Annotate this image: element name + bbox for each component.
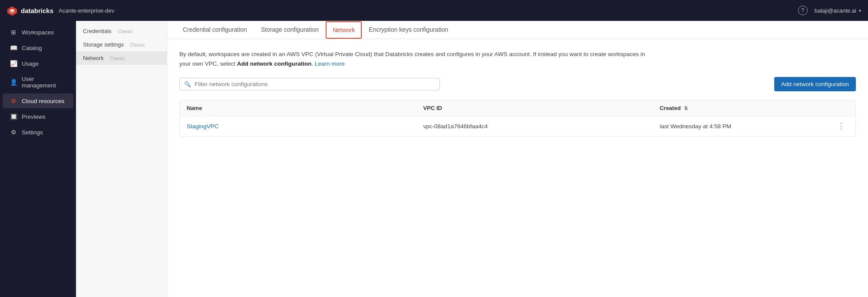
sub-sidebar-item-credentials[interactable]: Credentials Classic	[76, 24, 167, 38]
cell-actions: ⋮	[822, 116, 855, 137]
column-header-actions	[822, 100, 855, 116]
staging-vpc-link[interactable]: StagingVPC	[187, 123, 219, 130]
tab-storage-label: Storage configuration	[261, 26, 319, 33]
workspaces-icon: ⊞	[10, 29, 17, 36]
tab-storage[interactable]: Storage configuration	[254, 21, 326, 39]
sidebar-item-workspaces[interactable]: ⊞ Workspaces	[3, 25, 73, 40]
sub-sidebar: Credentials Classic Storage settings Cla…	[76, 21, 167, 297]
cell-vpc-id: vpc-08ad1a7646bfaa4c4	[416, 116, 653, 137]
sub-sidebar-label-storage-settings: Storage settings	[83, 41, 124, 48]
sidebar-label-cloud-resources: Cloud resources	[22, 98, 64, 104]
sidebar-label-settings: Settings	[22, 129, 43, 136]
description-link-text: Add network configuration	[237, 60, 312, 67]
network-classic-badge: Classic	[110, 56, 125, 61]
settings-icon: ⚙	[10, 129, 17, 136]
navbar-right: ? balaji@acante.ai ▾	[798, 6, 861, 15]
sidebar: ⊞ Workspaces 📖 Catalog 📈 Usage 👤 User ma…	[0, 21, 76, 297]
user-email: balaji@acante.ai	[815, 7, 856, 14]
network-configs-table: Name VPC ID Created ⇅	[179, 100, 856, 137]
workspace-name: Acante-enterprise-dev	[59, 7, 114, 14]
layout: ⊞ Workspaces 📖 Catalog 📈 Usage 👤 User ma…	[0, 21, 868, 297]
column-header-vpc-id: VPC ID	[416, 100, 653, 116]
cell-created: last Wednesday at 4:58 PM	[653, 116, 822, 137]
search-icon: 🔍	[184, 81, 191, 87]
row-actions-menu-button[interactable]: ⋮	[834, 121, 848, 131]
credentials-classic-badge: Classic	[118, 29, 133, 34]
description-after: .	[312, 60, 315, 67]
sidebar-item-catalog[interactable]: 📖 Catalog	[3, 40, 73, 55]
description-text: By default, workspaces are created in an…	[179, 50, 657, 68]
sidebar-label-user-management: User management	[22, 76, 66, 89]
cell-name: StagingVPC	[180, 116, 416, 137]
tab-encryption-label: Encryption keys configuration	[369, 26, 448, 33]
databricks-logo-icon	[7, 5, 17, 16]
add-network-config-button[interactable]: Add network configuration	[774, 77, 856, 91]
sub-sidebar-item-storage-settings[interactable]: Storage settings Classic	[76, 38, 167, 51]
table-header-row: Name VPC ID Created ⇅	[180, 100, 855, 116]
sidebar-item-settings[interactable]: ⚙ Settings	[3, 125, 73, 140]
user-menu-chevron: ▾	[859, 8, 861, 13]
usage-icon: 📈	[10, 60, 17, 67]
sidebar-item-user-management[interactable]: 👤 User management	[3, 72, 73, 93]
user-menu[interactable]: balaji@acante.ai ▾	[815, 7, 861, 14]
filter-input[interactable]	[195, 81, 435, 87]
sidebar-label-catalog: Catalog	[22, 45, 42, 51]
sidebar-item-usage[interactable]: 📈 Usage	[3, 56, 73, 71]
previews-icon: 🔲	[10, 113, 17, 120]
navbar: databricks Acante-enterprise-dev ? balaj…	[0, 0, 868, 21]
user-management-icon: 👤	[10, 79, 17, 86]
tabs-bar: Credential configuration Storage configu…	[167, 21, 868, 39]
tab-network[interactable]: Network	[326, 21, 362, 39]
main-content: Credential configuration Storage configu…	[167, 21, 868, 297]
sidebar-item-previews[interactable]: 🔲 Previews	[3, 109, 73, 124]
tab-credentials[interactable]: Credential configuration	[176, 21, 254, 39]
navbar-left: databricks Acante-enterprise-dev	[7, 5, 114, 16]
tab-credentials-label: Credential configuration	[183, 26, 247, 33]
tab-encryption[interactable]: Encryption keys configuration	[362, 21, 455, 39]
sort-icon-created: ⇅	[684, 106, 688, 111]
cloud-resources-icon: ⚙	[10, 97, 17, 104]
sub-sidebar-label-network: Network	[83, 55, 104, 61]
app-name: databricks	[21, 7, 53, 14]
storage-settings-classic-badge: Classic	[130, 42, 145, 47]
sidebar-label-usage: Usage	[22, 60, 39, 67]
sidebar-item-cloud-resources[interactable]: ⚙ Cloud resources	[3, 93, 73, 108]
content-area: By default, workspaces are created in an…	[167, 39, 868, 297]
help-button[interactable]: ?	[798, 6, 808, 15]
sub-sidebar-item-network[interactable]: Network Classic	[76, 51, 167, 65]
column-header-name: Name	[180, 100, 416, 116]
sub-sidebar-label-credentials: Credentials	[83, 28, 112, 34]
sidebar-label-workspaces: Workspaces	[22, 29, 54, 36]
databricks-logo: databricks	[7, 5, 53, 16]
column-header-created[interactable]: Created ⇅	[653, 100, 822, 116]
table-row: StagingVPC vpc-08ad1a7646bfaa4c4 last We…	[180, 116, 855, 137]
learn-more-link[interactable]: Learn more	[315, 60, 345, 67]
sidebar-label-previews: Previews	[22, 113, 46, 120]
filter-input-wrap: 🔍	[179, 78, 440, 90]
catalog-icon: 📖	[10, 44, 17, 51]
tab-network-label: Network	[333, 27, 355, 33]
filter-row: 🔍 Add network configuration	[179, 77, 856, 91]
